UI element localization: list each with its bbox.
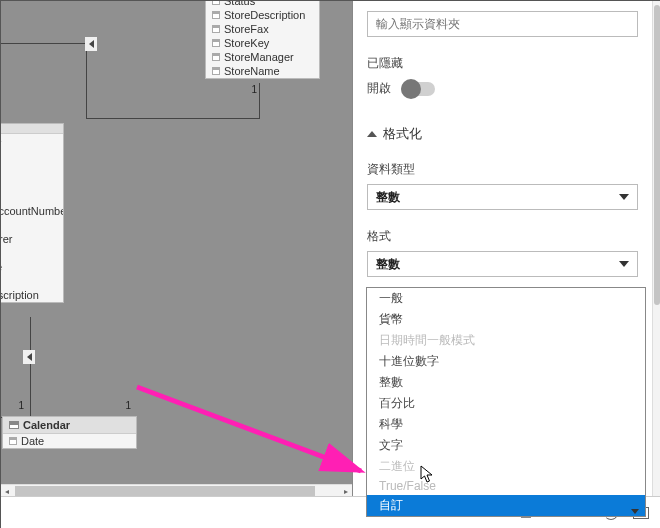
relationship-arrow bbox=[85, 37, 97, 51]
table-icon bbox=[9, 421, 19, 429]
column-icon bbox=[212, 39, 220, 47]
column-icon bbox=[212, 1, 220, 5]
entity-header: Calendar bbox=[23, 419, 70, 431]
data-type-value: 整數 bbox=[376, 189, 400, 206]
format-value: 整數 bbox=[376, 256, 400, 273]
relationship-line bbox=[86, 118, 260, 119]
entity-calendar[interactable]: Calendar Date bbox=[2, 416, 137, 449]
relationship-line bbox=[86, 43, 87, 119]
relationship-line bbox=[1, 43, 87, 44]
col-label: Status bbox=[224, 1, 255, 7]
col-label: tomerAccountNumber bbox=[1, 205, 63, 217]
col-label: Date bbox=[21, 435, 44, 447]
data-type-label: 資料類型 bbox=[367, 161, 638, 178]
col-label: ductDescription bbox=[1, 289, 39, 301]
data-type-select[interactable]: 整數 bbox=[367, 184, 638, 210]
format-option-custom[interactable]: 自訂 bbox=[367, 495, 645, 516]
display-folder-input[interactable] bbox=[367, 11, 638, 37]
col-label: StoreName bbox=[224, 65, 280, 77]
format-option-scientific[interactable]: 科學 bbox=[367, 414, 645, 435]
scrollbar-thumb[interactable] bbox=[15, 486, 315, 496]
toggle-label: 開啟 bbox=[367, 80, 391, 97]
panel-scrollbar-vertical[interactable] bbox=[652, 1, 660, 496]
window: Status StoreDescription StoreFax StoreKe… bbox=[0, 0, 660, 528]
model-canvas[interactable]: Status StoreDescription StoreFax StoreKe… bbox=[1, 1, 352, 496]
format-section-header[interactable]: 格式化 bbox=[367, 125, 638, 143]
col-label: StoreFax bbox=[224, 23, 269, 35]
entity-product[interactable]: d Name gory r r ntry tomerAccountNumber … bbox=[1, 123, 64, 303]
hidden-toggle[interactable] bbox=[401, 82, 435, 96]
hidden-section-label: 已隱藏 bbox=[367, 55, 638, 72]
col-label: StoreKey bbox=[224, 37, 269, 49]
column-icon bbox=[212, 11, 220, 19]
col-label: oerDate bbox=[1, 261, 2, 273]
chevron-down-icon bbox=[631, 509, 639, 514]
format-option-percent[interactable]: 百分比 bbox=[367, 393, 645, 414]
column-icon bbox=[212, 53, 220, 61]
column-icon bbox=[9, 437, 17, 445]
format-option-general[interactable]: 一般 bbox=[367, 288, 645, 309]
scrollbar-thumb[interactable] bbox=[654, 5, 660, 305]
col-label: StoreDescription bbox=[224, 9, 305, 21]
cardinality-one-store: 1 bbox=[205, 84, 261, 95]
format-dropdown[interactable]: 一般 貨幣 日期時間一般模式 十進位數字 整數 百分比 科學 文字 二進位 Tr… bbox=[366, 287, 646, 517]
format-option-integer[interactable]: 整數 bbox=[367, 372, 645, 393]
col-label: nufacturer bbox=[1, 233, 13, 245]
chevron-up-icon bbox=[367, 131, 377, 137]
col-label: StoreManager bbox=[224, 51, 294, 63]
format-label: 格式 bbox=[367, 228, 638, 245]
canvas-scrollbar-horizontal[interactable]: ◂ ▸ bbox=[1, 484, 352, 496]
col-label: d Name bbox=[1, 135, 2, 147]
format-section-title: 格式化 bbox=[383, 125, 422, 143]
entity-store[interactable]: Status StoreDescription StoreFax StoreKe… bbox=[205, 1, 320, 79]
column-icon bbox=[212, 25, 220, 33]
cardinality-one-product: 1 bbox=[1, 400, 28, 411]
format-option-decimal[interactable]: 十進位數字 bbox=[367, 351, 645, 372]
relationship-line bbox=[259, 83, 260, 118]
relationship-arrow bbox=[23, 350, 35, 364]
column-icon bbox=[212, 67, 220, 75]
format-option-datetime[interactable]: 日期時間一般模式 bbox=[367, 330, 645, 351]
format-option-text[interactable]: 文字 bbox=[367, 435, 645, 456]
cardinality-one-calendar: 1 bbox=[103, 400, 135, 411]
chevron-down-icon bbox=[619, 261, 629, 267]
chevron-down-icon bbox=[619, 194, 629, 200]
format-select[interactable]: 整數 bbox=[367, 251, 638, 277]
format-option-currency[interactable]: 貨幣 bbox=[367, 309, 645, 330]
format-option-truefalse[interactable]: True/False bbox=[367, 477, 645, 495]
format-option-binary[interactable]: 二進位 bbox=[367, 456, 645, 477]
relationship-line bbox=[30, 317, 31, 417]
